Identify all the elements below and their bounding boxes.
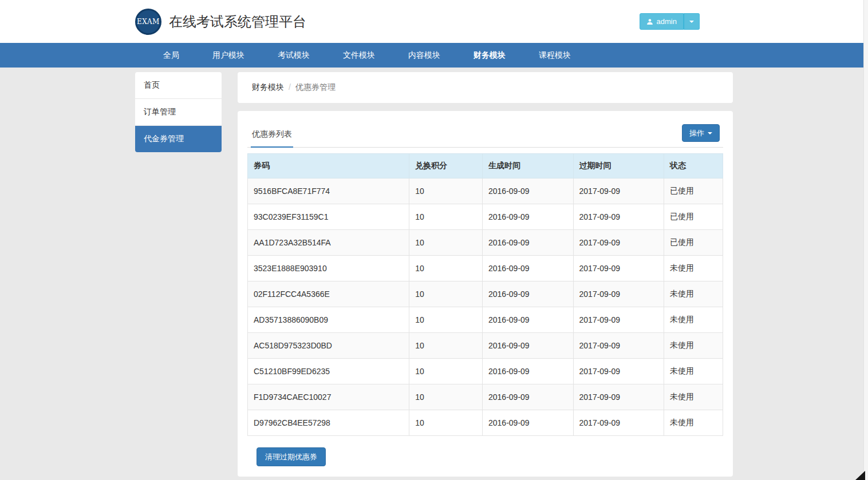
- sidebar-item-首页[interactable]: 首页: [135, 72, 222, 99]
- expire-time-cell: 2017-09-09: [573, 281, 664, 307]
- main-content: 财务模块/优惠券管理 优惠券列表 操作 券码兑换积分生成时间过期时间状态 951…: [238, 72, 733, 477]
- coupon-code-cell: AD35713886090B09: [248, 307, 409, 333]
- user-dropdown-toggle[interactable]: [684, 13, 700, 30]
- status-cell: 未使用: [664, 410, 723, 436]
- nav-item-考试模块[interactable]: 考试模块: [261, 43, 326, 68]
- status-cell: 未使用: [664, 307, 723, 333]
- points-cell: 10: [409, 307, 483, 333]
- user-name-label: admin: [657, 18, 677, 25]
- table-row: AC518D975323D0BD102016-09-092017-09-09未使…: [248, 333, 723, 359]
- points-cell: 10: [409, 384, 483, 410]
- caret-down-icon: [708, 132, 712, 134]
- logo-text: EXAM: [137, 18, 160, 26]
- action-button-label: 操作: [689, 129, 704, 137]
- status-cell: 未使用: [664, 281, 723, 307]
- coupon-code-cell: F1D9734CAEC10027: [248, 384, 409, 410]
- app-header: EXAM 在线考试系统管理平台 admin: [0, 0, 868, 43]
- resize-corner-icon: [855, 471, 865, 480]
- created-time-cell: 2016-09-09: [483, 359, 574, 384]
- created-time-cell: 2016-09-09: [483, 178, 574, 204]
- status-cell: 未使用: [664, 359, 723, 384]
- breadcrumb: 财务模块/优惠券管理: [238, 72, 733, 103]
- caret-down-icon: [689, 21, 694, 23]
- coupon-code-cell: AC518D975323D0BD: [248, 333, 409, 359]
- coupon-table: 券码兑换积分生成时间过期时间状态 9516BFCA8E71F774102016-…: [247, 153, 723, 436]
- exam-logo-icon: EXAM: [135, 9, 161, 35]
- nav-item-文件模块[interactable]: 文件模块: [326, 43, 392, 68]
- breadcrumb-section[interactable]: 财务模块: [252, 82, 284, 92]
- sidebar: 首页订单管理代金券管理: [135, 72, 222, 152]
- coupon-code-cell: 9516BFCA8E71F774: [248, 178, 409, 204]
- breadcrumb-page: 优惠券管理: [295, 82, 336, 92]
- column-header-expire-time: 过期时间: [573, 154, 664, 178]
- nav-item-全局[interactable]: 全局: [147, 43, 196, 68]
- nav-item-财务模块[interactable]: 财务模块: [457, 43, 522, 68]
- points-cell: 10: [409, 281, 483, 307]
- expire-time-cell: 2017-09-09: [573, 410, 664, 436]
- created-time-cell: 2016-09-09: [483, 307, 574, 333]
- tab-coupon-list[interactable]: 优惠券列表: [251, 121, 293, 148]
- user-button[interactable]: admin: [640, 13, 684, 30]
- table-row: 9516BFCA8E71F774102016-09-092017-09-09已使…: [248, 178, 723, 204]
- nav-item-课程模块[interactable]: 课程模块: [522, 43, 587, 68]
- status-cell: 未使用: [664, 384, 723, 410]
- table-row: C51210BF99ED6235102016-09-092017-09-09未使…: [248, 359, 723, 384]
- sidebar-item-订单管理[interactable]: 订单管理: [135, 99, 222, 126]
- status-cell: 未使用: [664, 333, 723, 359]
- panel-header: 优惠券列表 操作: [247, 121, 723, 148]
- coupon-code-cell: C51210BF99ED6235: [248, 359, 409, 384]
- sidebar-item-代金券管理[interactable]: 代金券管理: [135, 126, 222, 152]
- status-cell: 未使用: [664, 256, 723, 281]
- status-cell: 已使用: [664, 204, 723, 230]
- clear-expired-button[interactable]: 清理过期优惠券: [257, 447, 326, 466]
- expire-time-cell: 2017-09-09: [573, 333, 664, 359]
- table-row: D97962CB4EE57298102016-09-092017-09-09未使…: [248, 410, 723, 436]
- status-cell: 已使用: [664, 230, 723, 256]
- main-nav: 全局用户模块考试模块文件模块内容模块财务模块课程模块: [0, 43, 868, 68]
- user-menu: admin: [640, 13, 700, 30]
- app-title: 在线考试系统管理平台: [169, 13, 306, 31]
- tabs: 优惠券列表: [251, 121, 293, 147]
- created-time-cell: 2016-09-09: [483, 256, 574, 281]
- points-cell: 10: [409, 204, 483, 230]
- expire-time-cell: 2017-09-09: [573, 204, 664, 230]
- created-time-cell: 2016-09-09: [483, 333, 574, 359]
- created-time-cell: 2016-09-09: [483, 281, 574, 307]
- expire-time-cell: 2017-09-09: [573, 307, 664, 333]
- created-time-cell: 2016-09-09: [483, 410, 574, 436]
- table-header-row: 券码兑换积分生成时间过期时间状态: [248, 154, 723, 178]
- created-time-cell: 2016-09-09: [483, 230, 574, 256]
- action-dropdown-button[interactable]: 操作: [682, 124, 720, 142]
- points-cell: 10: [409, 178, 483, 204]
- points-cell: 10: [409, 359, 483, 384]
- table-row: 93C0239EF31159C1102016-09-092017-09-09已使…: [248, 204, 723, 230]
- status-cell: 已使用: [664, 178, 723, 204]
- scrollbar-track[interactable]: [863, 0, 868, 480]
- expire-time-cell: 2017-09-09: [573, 256, 664, 281]
- points-cell: 10: [409, 410, 483, 436]
- coupon-code-cell: D97962CB4EE57298: [248, 410, 409, 436]
- table-row: AA1D723A32B514FA102016-09-092017-09-09已使…: [248, 230, 723, 256]
- points-cell: 10: [409, 230, 483, 256]
- coupon-code-cell: 93C0239EF31159C1: [248, 204, 409, 230]
- expire-time-cell: 2017-09-09: [573, 178, 664, 204]
- coupon-code-cell: AA1D723A32B514FA: [248, 230, 409, 256]
- expire-time-cell: 2017-09-09: [573, 230, 664, 256]
- nav-item-内容模块[interactable]: 内容模块: [392, 43, 457, 68]
- created-time-cell: 2016-09-09: [483, 384, 574, 410]
- column-header-created-time: 生成时间: [483, 154, 574, 178]
- user-icon: [646, 18, 653, 25]
- points-cell: 10: [409, 333, 483, 359]
- table-row: 02F112FCC4A5366E102016-09-092017-09-09未使…: [248, 281, 723, 307]
- breadcrumb-separator: /: [289, 82, 291, 92]
- table-row: F1D9734CAEC10027102016-09-092017-09-09未使…: [248, 384, 723, 410]
- column-header-coupon-code: 券码: [248, 154, 409, 178]
- expire-time-cell: 2017-09-09: [573, 359, 664, 384]
- created-time-cell: 2016-09-09: [483, 204, 574, 230]
- column-header-points: 兑换积分: [409, 154, 483, 178]
- table-row: 3523E1888E903910102016-09-092017-09-09未使…: [248, 256, 723, 281]
- nav-item-用户模块[interactable]: 用户模块: [196, 43, 261, 68]
- brand: EXAM 在线考试系统管理平台: [135, 9, 306, 35]
- column-header-status: 状态: [664, 154, 723, 178]
- coupon-panel: 优惠券列表 操作 券码兑换积分生成时间过期时间状态 9516BFCA8E71F7…: [238, 111, 733, 477]
